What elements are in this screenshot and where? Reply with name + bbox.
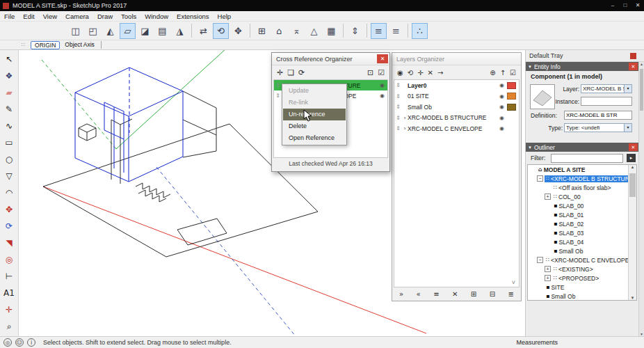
drag-handle-icon[interactable]: ⇕ [394, 82, 402, 88]
expander-plus-icon[interactable]: + [545, 266, 551, 272]
roof-view-button[interactable]: △ [306, 23, 322, 39]
entity-info-close-button[interactable]: ✕ [629, 63, 638, 70]
layer-color-chip[interactable] [507, 104, 516, 111]
layer-list-button[interactable]: ≡ [371, 23, 387, 39]
visibility-eye-icon[interactable]: ◉ [497, 125, 507, 132]
outliner-item[interactable]: ▪SLAB_01 [528, 210, 636, 219]
selected-structure-edges[interactable] [75, 68, 183, 182]
menu-tools[interactable]: Tools [117, 13, 140, 20]
user-icon[interactable]: ☺ [15, 338, 24, 347]
offset-tool-button[interactable]: ◎ [1, 252, 17, 267]
arc-tool-button[interactable]: ◠ [1, 185, 17, 200]
refresh-layers-icon[interactable]: ⟲ [408, 69, 413, 77]
link-layer-icon[interactable]: ⊕ [490, 69, 495, 77]
tape-measure-tool-button[interactable]: ⊢ [1, 269, 17, 284]
drag-handle-icon[interactable]: ⇕ [394, 115, 402, 121]
check-references-icon[interactable]: ☑ [378, 68, 385, 77]
maximize-button[interactable]: □ [619, 0, 631, 11]
outliner-item[interactable]: ▪SLAB_00 [528, 201, 636, 210]
scrollbar-thumb[interactable] [640, 69, 643, 111]
outliner-item[interactable]: ∷<Off axis floor slab> [528, 183, 636, 192]
shape-wedge-button[interactable]: ◭ [102, 23, 118, 39]
instance-field[interactable] [581, 97, 632, 106]
menu-help[interactable]: Help [214, 13, 236, 20]
shape-stack-button[interactable]: ▤ [154, 23, 170, 39]
promote-layer-icon[interactable]: ↑ [500, 69, 506, 77]
type-dropdown[interactable]: Type: <undefi ▾ [564, 123, 632, 132]
visibility-eye-icon[interactable]: ◉ [497, 82, 507, 88]
context-menu-item-update[interactable]: Update [283, 85, 346, 97]
collapse-triangle-icon[interactable]: ▼ [528, 145, 532, 150]
circle-tool-button[interactable]: ○ [1, 152, 17, 167]
menu-extensions[interactable]: Extensions [172, 13, 213, 20]
xref-dialog-titlebar[interactable]: Cross Reference Organizer ✕ [272, 53, 389, 65]
outliner-close-button[interactable]: ✕ [629, 143, 638, 151]
layer-options-icon[interactable]: ☑ [510, 69, 516, 77]
outliner-item[interactable]: −∷<XRC-MODEL B STRUCTURE> [528, 174, 636, 183]
outliner-item[interactable]: +∷COL_00 [528, 192, 636, 201]
drag-handle-icon[interactable]: ⇕ [394, 125, 402, 132]
expander-minus-icon[interactable]: − [537, 257, 543, 263]
collapse-triangle-icon[interactable]: ▼ [528, 65, 532, 69]
rectangle-tool-button[interactable]: ▭ [1, 135, 17, 150]
zoom-tool-button[interactable]: ⌕ [1, 319, 17, 334]
move-axis-button[interactable]: ⇄ [195, 23, 211, 39]
outliner-item[interactable]: ▪SITE [528, 283, 636, 292]
scale-tool-button[interactable]: ◥ [1, 235, 17, 251]
globe-icon[interactable]: ◎ [3, 338, 12, 347]
line-tool-button[interactable]: ✎ [1, 102, 17, 117]
crate-view-button[interactable]: ▦ [323, 23, 339, 39]
shape-cylinder-button[interactable]: ◫ [67, 23, 83, 39]
outliner-item[interactable]: ⌂MODEL A SITE [528, 165, 636, 174]
drag-handle-icon[interactable]: ⇕ [394, 104, 402, 110]
layer-row[interactable]: ⇕01 SITE◉ [394, 91, 519, 102]
toggle-visibility-icon[interactable]: ◉ [397, 69, 403, 77]
xref-points-button[interactable]: ∴ [412, 23, 428, 39]
context-menu-item-delete[interactable]: Delete [283, 120, 346, 132]
layer-color-chip[interactable] [507, 82, 516, 89]
layer-dropdown-arrow-icon[interactable]: ▾ [624, 85, 631, 93]
outliner-item[interactable]: ▪SLAB_03 [528, 228, 636, 237]
auto-hide-pin-icon[interactable] [630, 53, 636, 59]
pan-button[interactable]: ✥ [230, 23, 246, 39]
minimize-button[interactable]: – [606, 0, 619, 11]
layer-color-chip[interactable] [507, 93, 516, 100]
scrollbar-thumb[interactable] [629, 173, 636, 197]
entity-info-header[interactable]: ▼ Entity Info ✕ [526, 62, 638, 71]
expander-plus-icon[interactable]: + [545, 193, 551, 200]
grid-view-icon[interactable]: ⊞ [471, 290, 476, 298]
definition-field[interactable] [564, 111, 632, 120]
layer-dropdown[interactable]: XRC-MODEL B S ▾ [581, 84, 632, 93]
visibility-eye-icon[interactable]: ◉ [497, 104, 507, 110]
layers-menu-icon[interactable]: ≣ [508, 290, 514, 298]
scroll-down-icon[interactable]: ▼ [629, 296, 636, 300]
context-menu-item-open-reference[interactable]: Open Reference [283, 132, 346, 144]
tab-origin[interactable]: ORIGIN [31, 41, 60, 49]
drag-handle-icon[interactable]: ⇕ [274, 82, 282, 88]
home-view-button[interactable]: ⌂ [271, 23, 287, 39]
layer-row[interactable]: ⇕Layer0◉ [394, 80, 519, 91]
orbit-button[interactable]: ⟲ [213, 23, 229, 39]
outdent-rows-icon[interactable]: « [417, 290, 421, 298]
menu-edit[interactable]: Edit [19, 13, 38, 20]
add-reference-icon[interactable]: ✛ [277, 68, 283, 77]
outliner-item[interactable]: ▪SLAB_02 [528, 219, 636, 228]
scroll-up-icon[interactable]: ▲ [629, 165, 636, 169]
detail-view-icon[interactable]: ⊟ [490, 290, 495, 298]
layer-row[interactable]: ⇕›XRC-MODEL C ENVELOPE◉ [394, 123, 519, 134]
context-menu-item-re-link[interactable]: Re-link [283, 97, 346, 109]
filter-apply-button[interactable]: ▸ [627, 154, 636, 162]
type-dropdown-arrow-icon[interactable]: ▾ [624, 124, 631, 132]
outliner-scrollbar[interactable]: ▲ ▼ [628, 165, 636, 300]
expand-arrow-icon[interactable]: › [402, 125, 408, 132]
outliner-header[interactable]: ▼ Outliner ✕ [526, 143, 638, 152]
drag-handle-icon[interactable]: ⇕ [394, 93, 402, 100]
measurements-input[interactable] [562, 338, 638, 347]
visibility-eye-icon[interactable]: ◉ [377, 82, 387, 88]
reload-references-icon[interactable]: ⟳ [298, 68, 305, 77]
lock-references-icon[interactable]: ⊡ [367, 68, 373, 77]
shape-box-button[interactable]: ◰ [85, 23, 101, 39]
visibility-eye-icon[interactable]: ◉ [377, 93, 387, 99]
section-updown-button[interactable]: ⇕ [347, 23, 363, 39]
layer-list-alt-button[interactable]: ≡ [388, 23, 404, 39]
